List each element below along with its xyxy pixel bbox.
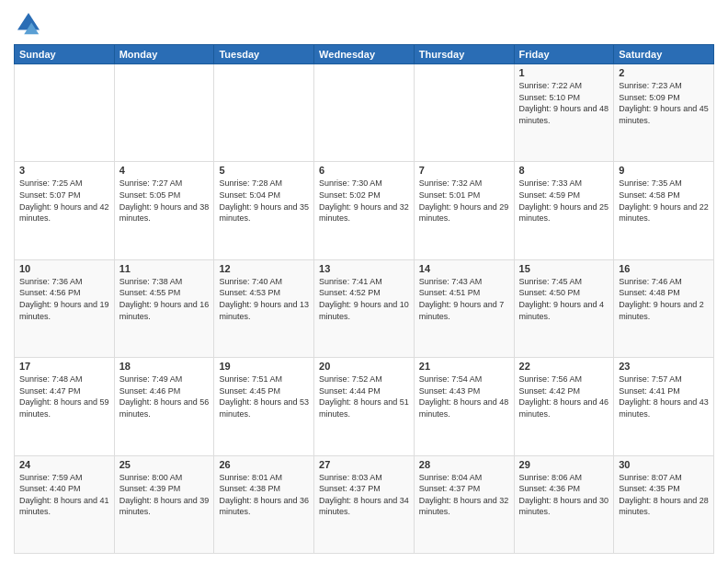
day-number: 3 <box>19 165 109 176</box>
day-number: 12 <box>219 263 309 274</box>
header <box>14 9 714 39</box>
day-info: Sunrise: 7:38 AMSunset: 4:55 PMDaylight:… <box>119 276 210 322</box>
calendar-cell: 15Sunrise: 7:45 AMSunset: 4:50 PMDayligh… <box>514 259 614 357</box>
day-info: Sunrise: 7:30 AMSunset: 5:02 PMDaylight:… <box>319 178 409 224</box>
calendar-cell: 13Sunrise: 7:41 AMSunset: 4:52 PMDayligh… <box>314 259 415 357</box>
day-number: 10 <box>19 263 109 274</box>
calendar-cell <box>114 64 214 162</box>
calendar-cell: 28Sunrise: 8:04 AMSunset: 4:37 PMDayligh… <box>414 455 514 553</box>
day-number: 7 <box>419 165 509 176</box>
day-info: Sunrise: 7:45 AMSunset: 4:50 PMDaylight:… <box>519 276 609 322</box>
day-number: 4 <box>119 165 210 176</box>
calendar-cell: 17Sunrise: 7:48 AMSunset: 4:47 PMDayligh… <box>15 358 115 455</box>
weekday-header: Saturday <box>614 45 714 64</box>
calendar-cell: 1Sunrise: 7:22 AMSunset: 5:10 PMDaylight… <box>514 64 614 162</box>
day-number: 27 <box>319 459 409 470</box>
day-number: 18 <box>119 361 210 372</box>
page: SundayMondayTuesdayWednesdayThursdayFrid… <box>0 0 728 563</box>
calendar-cell: 26Sunrise: 8:01 AMSunset: 4:38 PMDayligh… <box>214 455 314 553</box>
calendar: SundayMondayTuesdayWednesdayThursdayFrid… <box>14 44 714 554</box>
day-info: Sunrise: 8:06 AMSunset: 4:36 PMDaylight:… <box>519 472 609 518</box>
calendar-cell: 18Sunrise: 7:49 AMSunset: 4:46 PMDayligh… <box>114 358 214 455</box>
calendar-cell: 3Sunrise: 7:25 AMSunset: 5:07 PMDaylight… <box>15 162 115 259</box>
day-number: 17 <box>19 361 109 372</box>
day-number: 11 <box>119 263 210 274</box>
logo-icon <box>14 9 43 39</box>
calendar-cell: 25Sunrise: 8:00 AMSunset: 4:39 PMDayligh… <box>114 455 214 553</box>
day-info: Sunrise: 7:54 AMSunset: 4:43 PMDaylight:… <box>419 373 509 419</box>
day-number: 19 <box>219 361 309 372</box>
weekday-header: Tuesday <box>214 45 314 64</box>
day-number: 22 <box>519 361 609 372</box>
calendar-cell: 10Sunrise: 7:36 AMSunset: 4:56 PMDayligh… <box>15 259 115 357</box>
day-info: Sunrise: 7:28 AMSunset: 5:04 PMDaylight:… <box>219 178 309 224</box>
day-info: Sunrise: 8:04 AMSunset: 4:37 PMDaylight:… <box>419 472 509 518</box>
weekday-header: Thursday <box>414 45 514 64</box>
day-number: 30 <box>619 459 709 470</box>
day-info: Sunrise: 7:56 AMSunset: 4:42 PMDaylight:… <box>519 373 609 419</box>
calendar-cell: 14Sunrise: 7:43 AMSunset: 4:51 PMDayligh… <box>414 259 514 357</box>
day-number: 29 <box>519 459 609 470</box>
calendar-cell: 22Sunrise: 7:56 AMSunset: 4:42 PMDayligh… <box>514 358 614 455</box>
calendar-cell: 27Sunrise: 8:03 AMSunset: 4:37 PMDayligh… <box>314 455 415 553</box>
calendar-cell: 21Sunrise: 7:54 AMSunset: 4:43 PMDayligh… <box>414 358 514 455</box>
calendar-cell: 23Sunrise: 7:57 AMSunset: 4:41 PMDayligh… <box>614 358 714 455</box>
day-number: 20 <box>319 361 409 372</box>
day-info: Sunrise: 8:03 AMSunset: 4:37 PMDaylight:… <box>319 472 409 518</box>
calendar-cell <box>214 64 314 162</box>
calendar-cell <box>314 64 415 162</box>
weekday-header: Monday <box>114 45 214 64</box>
day-info: Sunrise: 8:07 AMSunset: 4:35 PMDaylight:… <box>619 472 709 518</box>
day-info: Sunrise: 7:57 AMSunset: 4:41 PMDaylight:… <box>619 373 709 419</box>
day-info: Sunrise: 8:01 AMSunset: 4:38 PMDaylight:… <box>219 472 309 518</box>
calendar-cell: 12Sunrise: 7:40 AMSunset: 4:53 PMDayligh… <box>214 259 314 357</box>
weekday-header: Sunday <box>15 45 115 64</box>
day-number: 5 <box>219 165 309 176</box>
day-info: Sunrise: 7:36 AMSunset: 4:56 PMDaylight:… <box>19 276 109 322</box>
calendar-week-row: 1Sunrise: 7:22 AMSunset: 5:10 PMDaylight… <box>15 64 714 162</box>
day-number: 25 <box>119 459 210 470</box>
day-number: 9 <box>619 165 709 176</box>
day-info: Sunrise: 7:25 AMSunset: 5:07 PMDaylight:… <box>19 178 109 224</box>
day-info: Sunrise: 7:49 AMSunset: 4:46 PMDaylight:… <box>119 373 210 419</box>
day-number: 23 <box>619 361 709 372</box>
weekday-header: Friday <box>514 45 614 64</box>
weekday-header: Wednesday <box>314 45 415 64</box>
calendar-cell: 8Sunrise: 7:33 AMSunset: 4:59 PMDaylight… <box>514 162 614 259</box>
day-info: Sunrise: 7:23 AMSunset: 5:09 PMDaylight:… <box>619 80 709 126</box>
calendar-cell: 19Sunrise: 7:51 AMSunset: 4:45 PMDayligh… <box>214 358 314 455</box>
calendar-week-row: 24Sunrise: 7:59 AMSunset: 4:40 PMDayligh… <box>15 455 714 553</box>
day-info: Sunrise: 7:40 AMSunset: 4:53 PMDaylight:… <box>219 276 309 322</box>
day-number: 13 <box>319 263 409 274</box>
day-number: 26 <box>219 459 309 470</box>
day-info: Sunrise: 7:48 AMSunset: 4:47 PMDaylight:… <box>19 373 109 419</box>
day-number: 24 <box>19 459 109 470</box>
calendar-week-row: 17Sunrise: 7:48 AMSunset: 4:47 PMDayligh… <box>15 358 714 455</box>
calendar-cell <box>15 64 115 162</box>
day-number: 6 <box>319 165 409 176</box>
day-info: Sunrise: 7:32 AMSunset: 5:01 PMDaylight:… <box>419 178 509 224</box>
calendar-cell: 7Sunrise: 7:32 AMSunset: 5:01 PMDaylight… <box>414 162 514 259</box>
day-info: Sunrise: 7:27 AMSunset: 5:05 PMDaylight:… <box>119 178 210 224</box>
day-number: 8 <box>519 165 609 176</box>
calendar-cell: 20Sunrise: 7:52 AMSunset: 4:44 PMDayligh… <box>314 358 415 455</box>
calendar-cell: 30Sunrise: 8:07 AMSunset: 4:35 PMDayligh… <box>614 455 714 553</box>
calendar-cell: 16Sunrise: 7:46 AMSunset: 4:48 PMDayligh… <box>614 259 714 357</box>
day-info: Sunrise: 7:35 AMSunset: 4:58 PMDaylight:… <box>619 178 709 224</box>
calendar-header: SundayMondayTuesdayWednesdayThursdayFrid… <box>15 45 714 64</box>
day-info: Sunrise: 7:41 AMSunset: 4:52 PMDaylight:… <box>319 276 409 322</box>
day-number: 16 <box>619 263 709 274</box>
calendar-cell: 11Sunrise: 7:38 AMSunset: 4:55 PMDayligh… <box>114 259 214 357</box>
calendar-cell: 29Sunrise: 8:06 AMSunset: 4:36 PMDayligh… <box>514 455 614 553</box>
day-info: Sunrise: 7:59 AMSunset: 4:40 PMDaylight:… <box>19 472 109 518</box>
day-info: Sunrise: 7:22 AMSunset: 5:10 PMDaylight:… <box>519 80 609 126</box>
calendar-cell: 4Sunrise: 7:27 AMSunset: 5:05 PMDaylight… <box>114 162 214 259</box>
day-number: 15 <box>519 263 609 274</box>
day-info: Sunrise: 7:51 AMSunset: 4:45 PMDaylight:… <box>219 373 309 419</box>
calendar-cell: 9Sunrise: 7:35 AMSunset: 4:58 PMDaylight… <box>614 162 714 259</box>
calendar-cell: 24Sunrise: 7:59 AMSunset: 4:40 PMDayligh… <box>15 455 115 553</box>
day-number: 21 <box>419 361 509 372</box>
day-number: 28 <box>419 459 509 470</box>
day-number: 2 <box>619 67 709 78</box>
calendar-cell: 5Sunrise: 7:28 AMSunset: 5:04 PMDaylight… <box>214 162 314 259</box>
